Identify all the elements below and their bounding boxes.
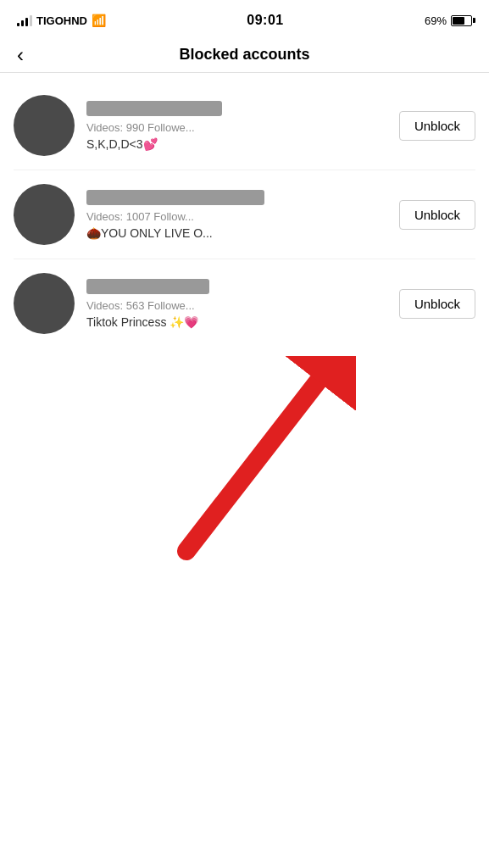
avatar: [14, 273, 75, 334]
unblock-button-2[interactable]: Unblock: [399, 200, 475, 230]
account-name-redacted: [86, 279, 209, 294]
back-button[interactable]: ‹: [17, 45, 24, 65]
wifi-icon: 📶: [92, 14, 106, 27]
account-stats: Videos: 1007 Follow...: [86, 210, 387, 223]
account-bio: 🌰YOU ONLY LIVE O...: [86, 226, 387, 240]
account-info: Videos: 563 Followe... Tiktok Princess ✨…: [86, 279, 387, 329]
account-name-redacted: [86, 190, 264, 205]
status-right: 69%: [425, 14, 472, 27]
red-arrow-icon: [136, 356, 356, 576]
nav-bar: ‹ Blocked accounts: [0, 37, 489, 73]
account-info: Videos: 1007 Follow... 🌰YOU ONLY LIVE O.…: [86, 190, 387, 240]
signal-icon: [17, 14, 32, 26]
annotation-arrow-container: [0, 348, 489, 585]
account-bio: S,K,D,D<3💕: [86, 137, 387, 151]
page-title: Blocked accounts: [179, 46, 309, 64]
account-info: Videos: 990 Followe... S,K,D,D<3💕: [86, 101, 387, 151]
status-bar: TIGOHND 📶 09:01 69%: [0, 0, 489, 37]
status-left: TIGOHND 📶: [17, 14, 106, 27]
account-stats: Videos: 563 Followe...: [86, 299, 387, 312]
avatar: [14, 184, 75, 245]
list-item: Videos: 563 Followe... Tiktok Princess ✨…: [14, 259, 475, 348]
account-bio: Tiktok Princess ✨💗: [86, 315, 387, 329]
carrier-label: TIGOHND: [36, 14, 87, 27]
account-stats: Videos: 990 Followe...: [86, 121, 387, 134]
unblock-button-1[interactable]: Unblock: [399, 111, 475, 141]
avatar: [14, 95, 75, 156]
account-name-redacted: [86, 101, 222, 116]
svg-line-1: [186, 381, 318, 551]
list-item: Videos: 990 Followe... S,K,D,D<3💕 Unbloc…: [14, 81, 475, 170]
list-item: Videos: 1007 Follow... 🌰YOU ONLY LIVE O.…: [14, 170, 475, 259]
blocked-accounts-list: Videos: 990 Followe... S,K,D,D<3💕 Unbloc…: [0, 81, 489, 348]
battery-icon: [451, 15, 472, 26]
battery-label: 69%: [425, 14, 447, 27]
status-time: 09:01: [247, 13, 283, 28]
unblock-button-3[interactable]: Unblock: [399, 289, 475, 319]
